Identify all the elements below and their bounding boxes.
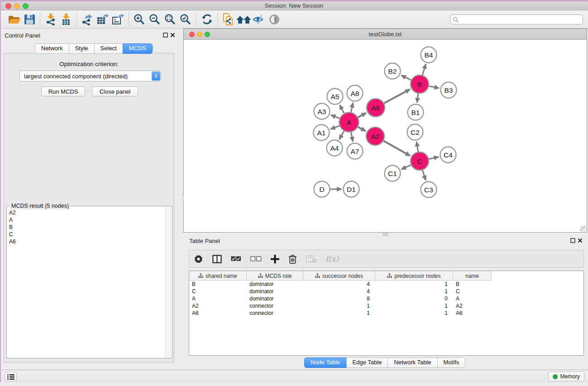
task-history-button[interactable] [5,372,17,381]
zoom-window-button[interactable] [23,3,29,9]
column-header-name[interactable]: name [453,271,492,281]
select-all-icon[interactable] [231,252,241,266]
node-A1[interactable]: A1 [314,125,330,141]
node-A2[interactable]: A2 [366,127,384,145]
network-zoom-button[interactable] [205,32,210,37]
edge-A-A1[interactable] [330,126,339,129]
edge-A-A8[interactable] [351,103,353,112]
node-D[interactable]: D [314,181,330,197]
open-file-icon[interactable] [6,12,22,27]
hide-details-icon[interactable] [251,12,267,27]
node-C1[interactable]: C1 [385,166,401,181]
export-image-icon[interactable] [110,12,126,27]
column-header-shared-name[interactable]: shared name [189,271,247,281]
edge-C-C3[interactable] [422,170,425,180]
edge-A-A6[interactable] [358,113,366,117]
mcds-result-item[interactable]: A2 [7,209,165,216]
node-C2[interactable]: C2 [407,124,423,140]
zoom-in-icon[interactable] [132,12,147,27]
table-panel-float-icon[interactable] [570,238,575,244]
edge-B-B3[interactable] [429,86,439,88]
node-C4[interactable]: C4 [440,147,456,163]
export-table-icon[interactable] [95,12,110,27]
zoom-out-icon[interactable] [147,12,163,27]
table-row[interactable]: A2connector11A2 [189,302,583,310]
panel-splitter-handle[interactable] [182,195,184,202]
node-B[interactable]: B [411,75,429,93]
edge-C-C4[interactable] [429,157,439,159]
tab-mcds[interactable]: MCDS [123,43,153,54]
network-overview-icon[interactable] [236,12,251,27]
mcds-result-item[interactable]: A6 [7,238,165,245]
node-A[interactable]: A [339,113,359,132]
optimization-criterion-select[interactable]: largest connected component (directed) ▲… [19,71,161,81]
edge-A-A5[interactable] [339,105,344,113]
import-network-icon[interactable] [43,12,58,27]
node-C[interactable]: C [411,152,429,170]
edge-A2-C[interactable] [383,141,410,156]
node-A5[interactable]: A5 [327,89,343,105]
clone-network-icon[interactable] [220,12,236,27]
node-B1[interactable]: B1 [408,105,424,120]
show-graphics-icon[interactable] [267,12,282,27]
edge-B-B1[interactable] [417,94,418,103]
node-A3[interactable]: A3 [314,104,330,119]
save-session-icon[interactable] [22,12,37,27]
tab-style[interactable]: Style [69,43,95,54]
tab-network-table[interactable]: Network Table [387,357,437,368]
edge-C-C1[interactable] [402,165,411,170]
node-D1[interactable]: D1 [344,181,359,197]
tab-motifs[interactable]: Motifs [437,357,466,368]
tab-node-table[interactable]: Node Table [304,357,347,368]
mcds-result-scrollbar[interactable] [165,207,172,357]
close-window-button[interactable] [5,3,11,9]
column-header-successor-nodes[interactable]: successor nodes [303,271,375,281]
edge-B-B4[interactable] [422,64,426,75]
edge-A-A3[interactable] [331,115,339,119]
control-panel-float-icon[interactable] [163,33,168,38]
zoom-fit-icon[interactable] [163,12,178,27]
export-network-icon[interactable] [80,12,95,27]
edge-A-A7[interactable] [351,132,353,142]
mcds-result-list[interactable]: A2ABCA6 [7,209,165,245]
control-panel-close-icon[interactable] [170,33,175,38]
delete-column-icon[interactable] [288,252,297,266]
memory-button[interactable]: Memory [548,372,584,381]
refresh-icon[interactable] [199,12,215,27]
mcds-result-item[interactable]: C [7,231,165,238]
horizontal-splitter-handle[interactable] [383,233,388,236]
edge-C-C2[interactable] [416,142,418,152]
search-field[interactable] [450,14,583,24]
edge-B-B2[interactable] [401,75,411,80]
node-A6[interactable]: A6 [367,99,385,117]
run-mcds-button[interactable]: Run MCDS [41,86,85,96]
table-row[interactable]: A6connector11A6 [189,310,583,317]
tab-network[interactable]: Network [35,43,69,54]
network-graph-canvas[interactable]: B4B2BB3A5A8A6A3B1AA1A2C2A4A7C4CC1C3DD1 [184,40,587,232]
mcds-result-item[interactable]: B [7,224,165,231]
import-table-icon[interactable] [58,12,74,27]
network-minimize-button[interactable] [197,32,202,37]
node-A4[interactable]: A4 [327,140,343,156]
column-header-predecessor-nodes[interactable]: predecessor nodes [375,271,453,281]
table-row[interactable]: Adominator80A [189,295,583,302]
column-header-mcds-role[interactable]: MCDS role [247,271,303,281]
node-A7[interactable]: A7 [347,143,363,159]
add-column-icon[interactable] [271,252,279,266]
columns-icon[interactable] [212,252,222,266]
node-B2[interactable]: B2 [385,63,401,79]
zoom-selected-icon[interactable] [178,12,193,27]
node-A8[interactable]: A8 [347,86,363,101]
node-B4[interactable]: B4 [421,47,437,63]
network-close-button[interactable] [189,32,195,37]
search-input[interactable] [459,16,572,23]
resize-grip-icon[interactable] [580,226,586,232]
close-panel-button[interactable]: Close panel [92,86,138,96]
deselect-all-icon[interactable] [250,252,262,266]
minimize-window-button[interactable] [14,3,20,9]
table-panel-close-icon[interactable] [578,238,583,244]
tab-edge-table[interactable]: Edge Table [346,357,388,368]
tab-select[interactable]: Select [94,43,123,54]
edge-A-A4[interactable] [339,131,344,140]
node-B3[interactable]: B3 [441,82,457,98]
